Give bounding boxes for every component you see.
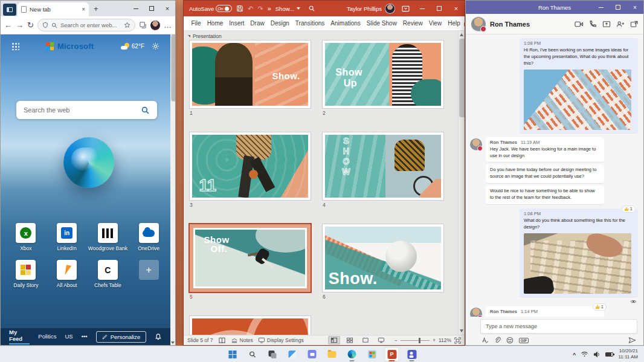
powerpoint-scrollbar[interactable] bbox=[458, 31, 465, 335]
new-message-input[interactable] bbox=[486, 323, 632, 329]
signed-in-user[interactable]: Taylor Phillips bbox=[347, 4, 395, 14]
scroll-down-arrow[interactable] bbox=[460, 329, 463, 332]
tab-view[interactable]: View bbox=[426, 18, 445, 28]
tab-insert[interactable]: Insert bbox=[227, 18, 247, 28]
search-icon[interactable] bbox=[308, 5, 315, 12]
task-view-button[interactable] bbox=[265, 347, 280, 361]
tile-onedrive[interactable]: OneDrive bbox=[128, 223, 169, 251]
tab-design[interactable]: Design bbox=[268, 18, 292, 28]
slide-thumbnail-5-selected[interactable]: ShowOff. 5 bbox=[190, 224, 311, 300]
app-launcher-icon[interactable] bbox=[11, 42, 19, 50]
feed-more-icon[interactable]: ••• bbox=[82, 333, 88, 341]
slide-thumbnail-2[interactable]: ShowUp 2 bbox=[323, 40, 443, 116]
tab-help[interactable]: Help bbox=[445, 18, 463, 28]
teams-taskbar-button[interactable] bbox=[405, 347, 419, 361]
personalize-button[interactable]: Personalize bbox=[96, 331, 147, 343]
notifications-bell-icon[interactable] bbox=[155, 333, 162, 341]
thumbs-up-reaction-badge[interactable]: 1 bbox=[622, 205, 636, 213]
tile-daily-story[interactable]: Daily Story bbox=[5, 260, 47, 288]
tile-woodgrove-bank[interactable]: Woodgrove Bank bbox=[88, 223, 129, 251]
browser-profile-avatar[interactable] bbox=[150, 21, 160, 30]
edge-taskbar-button[interactable] bbox=[345, 347, 359, 361]
format-icon[interactable] bbox=[481, 337, 489, 344]
normal-view-button[interactable] bbox=[328, 336, 340, 344]
zoom-slider-handle[interactable] bbox=[419, 338, 420, 343]
scroll-up-arrow[interactable] bbox=[460, 33, 463, 36]
scrollbar-thumb[interactable] bbox=[460, 39, 465, 117]
undo-icon[interactable]: ↶ bbox=[248, 5, 253, 13]
close-button[interactable]: × bbox=[159, 1, 175, 16]
web-search-box[interactable] bbox=[16, 101, 157, 119]
slide-show-button[interactable] bbox=[375, 336, 387, 344]
file-explorer-button[interactable] bbox=[325, 347, 340, 361]
tile-chefs-table[interactable]: CChefs Table bbox=[88, 260, 129, 288]
autosave-toggle[interactable]: AutoSave On bbox=[189, 5, 232, 12]
accessibility-book-icon[interactable] bbox=[218, 337, 226, 344]
collections-icon[interactable] bbox=[139, 21, 147, 29]
slide-sorter-view-button[interactable] bbox=[344, 336, 356, 344]
slide-thumbnail-3[interactable]: 11 3 bbox=[190, 132, 311, 208]
minimize-button[interactable] bbox=[593, 1, 610, 14]
page-settings-gear-icon[interactable] bbox=[152, 42, 159, 50]
maximize-button[interactable] bbox=[144, 1, 159, 16]
slide-thumbnail-6[interactable]: Show. 6 bbox=[323, 224, 443, 300]
feed-tab-my-feed[interactable]: My Feed bbox=[9, 329, 30, 344]
emoji-icon[interactable] bbox=[506, 337, 514, 344]
tab-slide-show[interactable]: Slide Show bbox=[364, 18, 399, 28]
tab-transitions[interactable]: Transitions bbox=[292, 18, 327, 28]
sender-avatar[interactable] bbox=[470, 308, 482, 317]
start-button[interactable] bbox=[225, 347, 240, 361]
widgets-button[interactable] bbox=[285, 347, 300, 361]
volume-icon[interactable] bbox=[593, 351, 601, 358]
chat-button[interactable] bbox=[305, 347, 320, 361]
send-message-icon[interactable] bbox=[628, 337, 636, 344]
slide-thumbnail-4[interactable]: SHOW 4 bbox=[323, 132, 443, 208]
redo-icon[interactable]: ↷ bbox=[257, 5, 263, 13]
contact-avatar-busy[interactable] bbox=[471, 17, 486, 31]
refresh-icon[interactable]: ↻ bbox=[27, 21, 34, 29]
address-input[interactable] bbox=[60, 22, 121, 28]
tab-animations[interactable]: Animations bbox=[328, 18, 363, 28]
web-search-input[interactable] bbox=[24, 106, 141, 114]
document-title-dropdown[interactable]: Show... bbox=[275, 5, 300, 12]
taskbar-clock[interactable]: 10/20/21 11:11 AM bbox=[618, 348, 638, 360]
slide-thumbnail-1[interactable]: Show. 1 bbox=[190, 40, 311, 116]
taskbar-search-button[interactable] bbox=[245, 347, 260, 361]
zoom-slider[interactable] bbox=[401, 340, 430, 341]
scrollbar-thumb[interactable] bbox=[172, 34, 176, 101]
wifi-icon[interactable] bbox=[581, 351, 588, 357]
zoom-level[interactable]: 112% bbox=[439, 337, 451, 343]
favorites-star-icon[interactable] bbox=[124, 22, 130, 28]
microsoft-logo[interactable]: Microsoft bbox=[46, 42, 94, 51]
close-button[interactable]: × bbox=[448, 1, 465, 16]
tab-draw[interactable]: Draw bbox=[248, 18, 267, 28]
new-tab-button[interactable]: + bbox=[94, 4, 98, 13]
quick-access-overflow-icon[interactable]: » bbox=[268, 5, 271, 12]
tile-xbox[interactable]: xXbox bbox=[5, 223, 47, 251]
minimize-button[interactable] bbox=[414, 1, 431, 16]
back-icon[interactable]: ← bbox=[4, 21, 12, 29]
scroll-down-arrow[interactable] bbox=[171, 341, 175, 344]
fit-slide-to-window-icon[interactable] bbox=[454, 337, 461, 344]
hidden-icons-chevron[interactable]: ^ bbox=[573, 352, 576, 358]
settings-more-icon[interactable]: … bbox=[164, 21, 172, 29]
feed-tab-us[interactable]: US bbox=[65, 333, 72, 341]
pop-out-chat-icon[interactable] bbox=[630, 21, 638, 28]
section-header[interactable]: Presentation bbox=[188, 33, 222, 39]
attached-image-architecture-model[interactable] bbox=[524, 233, 631, 294]
save-icon[interactable] bbox=[236, 5, 243, 12]
browser-tab-new-tab[interactable]: New tab × bbox=[18, 2, 89, 16]
tab-home[interactable]: Home bbox=[204, 18, 226, 28]
tile-all-about[interactable]: All About bbox=[47, 260, 88, 288]
sender-avatar[interactable] bbox=[470, 138, 482, 150]
attached-image-building-facade[interactable] bbox=[524, 69, 631, 130]
zoom-out-icon[interactable]: − bbox=[394, 337, 398, 343]
add-people-icon[interactable] bbox=[616, 21, 625, 28]
ribbon-display-options-icon[interactable] bbox=[402, 5, 410, 12]
video-call-icon[interactable] bbox=[575, 21, 584, 28]
attach-paperclip-icon[interactable] bbox=[494, 337, 501, 344]
close-tab-icon[interactable]: × bbox=[82, 6, 85, 13]
slide-thumbnail-7[interactable] bbox=[190, 316, 311, 335]
minimize-button[interactable] bbox=[128, 1, 144, 16]
edge-scrollbar[interactable] bbox=[170, 34, 175, 345]
